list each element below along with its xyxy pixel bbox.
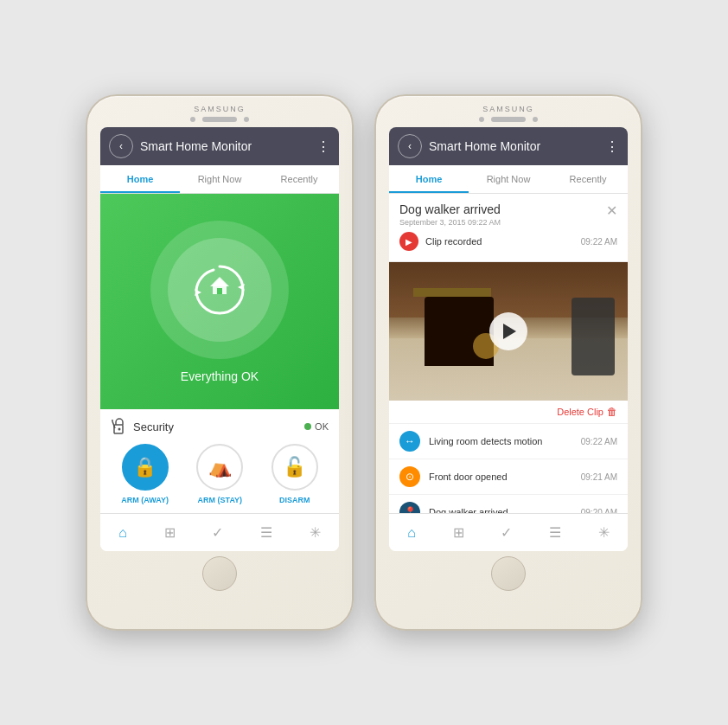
camera-row-right bbox=[479, 117, 538, 122]
door-icon: ⊙ bbox=[399, 466, 420, 487]
event-label-1: Front door opened bbox=[429, 472, 581, 482]
nav-grid-left[interactable]: ⊞ bbox=[164, 524, 176, 541]
green-hero: Everything OK bbox=[100, 194, 339, 409]
event-label-0: Living room detects motion bbox=[429, 436, 581, 446]
disarm-btn[interactable]: 🔓 DISARM bbox=[271, 444, 318, 504]
arm-stay-btn[interactable]: ⛺ ARM (STAY) bbox=[196, 444, 243, 504]
left-phone: SAMSUNG ‹ Smart Home Monitor ⋮ Home Righ… bbox=[86, 94, 354, 631]
security-header: Security OK bbox=[111, 418, 329, 435]
clip-label: Clip recorded bbox=[425, 236, 581, 247]
right-phone: SAMSUNG ‹ Smart Home Monitor ⋮ Home Righ… bbox=[374, 94, 642, 631]
clip-time: 09:22 AM bbox=[581, 237, 617, 247]
arm-stay-icon: ⛺ bbox=[196, 444, 243, 491]
tabs-left: Home Right Now Recently bbox=[100, 165, 339, 194]
menu-button-right[interactable]: ⋮ bbox=[605, 138, 619, 155]
arm-away-icon: 🔒 bbox=[122, 444, 169, 491]
bottom-nav-left: ⌂ ⊞ ✓ ☰ ✳ bbox=[100, 513, 339, 551]
app-header-left: ‹ Smart Home Monitor ⋮ bbox=[100, 127, 339, 165]
nav-home-left[interactable]: ⌂ bbox=[118, 525, 127, 541]
play-triangle bbox=[503, 324, 516, 339]
right-screen: ‹ Smart Home Monitor ⋮ Home Right Now Re… bbox=[389, 127, 628, 551]
home-icon bbox=[189, 260, 250, 320]
nav-menu-right[interactable]: ☰ bbox=[549, 524, 561, 541]
notif-top: Dog walker arrived September 3, 2015 09:… bbox=[399, 202, 617, 227]
tab-recently-right[interactable]: Recently bbox=[548, 165, 628, 193]
event-label-2: Dog walker arrived bbox=[429, 507, 581, 513]
delete-clip-label[interactable]: Delete Clip bbox=[557, 407, 603, 417]
svg-marker-3 bbox=[210, 277, 229, 286]
phones-container: SAMSUNG ‹ Smart Home Monitor ⋮ Home Righ… bbox=[68, 77, 660, 648]
nav-asterisk-left[interactable]: ✳ bbox=[310, 524, 321, 541]
menu-button-left[interactable]: ⋮ bbox=[316, 138, 330, 155]
event-item-2: 📍 Dog walker arrived 09:20 AM bbox=[389, 495, 628, 513]
tab-home-right[interactable]: Home bbox=[389, 165, 469, 193]
sensor-dot-right bbox=[533, 117, 538, 122]
camera-dot-right bbox=[479, 117, 484, 122]
app-title-right: Smart Home Monitor bbox=[429, 139, 605, 153]
security-section: Security OK 🔒 ARM (AWAY) ⛺ ARM (STAY) bbox=[100, 409, 339, 513]
event-item-1: ⊙ Front door opened 09:21 AM bbox=[389, 459, 628, 495]
video-container[interactable] bbox=[389, 262, 628, 401]
home-button-left[interactable] bbox=[202, 556, 237, 591]
svg-point-8 bbox=[112, 420, 113, 421]
circle-outer bbox=[150, 221, 289, 359]
brand-right: SAMSUNG bbox=[482, 105, 534, 113]
play-button[interactable] bbox=[489, 312, 527, 350]
notif-close-btn[interactable]: ✕ bbox=[606, 202, 617, 219]
person-icon: 📍 bbox=[399, 502, 420, 513]
disarm-label: DISARM bbox=[279, 496, 310, 504]
events-list: ↔ Living room detects motion 09:22 AM ⊙ … bbox=[389, 424, 628, 513]
security-icon bbox=[111, 418, 128, 435]
disarm-icon: 🔓 bbox=[271, 444, 318, 491]
arrows-svg bbox=[189, 260, 250, 320]
clip-row: ▶ Clip recorded 09:22 AM bbox=[399, 227, 617, 256]
delete-icon[interactable]: 🗑 bbox=[607, 406, 617, 418]
camera-row-left bbox=[190, 117, 249, 122]
app-header-right: ‹ Smart Home Monitor ⋮ bbox=[389, 127, 628, 165]
speaker-right bbox=[491, 117, 526, 122]
clip-record-icon: ▶ bbox=[399, 232, 418, 251]
tabs-right: Home Right Now Recently bbox=[389, 165, 628, 194]
nav-home-right[interactable]: ⌂ bbox=[407, 525, 416, 541]
svg-rect-4 bbox=[217, 288, 222, 294]
motion-icon: ↔ bbox=[399, 431, 420, 452]
circle-inner bbox=[168, 238, 271, 342]
arm-away-btn[interactable]: 🔒 ARM (AWAY) bbox=[121, 444, 169, 504]
nav-check-left[interactable]: ✓ bbox=[212, 524, 223, 541]
back-button-left[interactable]: ‹ bbox=[109, 134, 133, 158]
everything-ok-text: Everything OK bbox=[181, 369, 259, 383]
event-time-0: 09:22 AM bbox=[581, 437, 617, 446]
home-button-right[interactable] bbox=[491, 556, 526, 591]
brand-left: SAMSUNG bbox=[194, 105, 246, 113]
back-button-right[interactable]: ‹ bbox=[398, 134, 422, 158]
delete-row: Delete Clip 🗑 bbox=[389, 401, 628, 424]
event-item-0: ↔ Living room detects motion 09:22 AM bbox=[389, 424, 628, 459]
tab-rightnow-left[interactable]: Right Now bbox=[180, 165, 259, 193]
arm-buttons: 🔒 ARM (AWAY) ⛺ ARM (STAY) 🔓 DISARM bbox=[111, 444, 329, 504]
arm-away-label: ARM (AWAY) bbox=[121, 496, 169, 504]
left-screen: ‹ Smart Home Monitor ⋮ Home Right Now Re… bbox=[100, 127, 339, 551]
notif-date: September 3, 2015 09:22 AM bbox=[399, 218, 501, 227]
svg-point-6 bbox=[118, 428, 121, 431]
notif-info: Dog walker arrived September 3, 2015 09:… bbox=[399, 202, 501, 227]
nav-menu-left[interactable]: ☰ bbox=[260, 524, 272, 541]
status-dot bbox=[304, 423, 311, 430]
notification-banner: Dog walker arrived September 3, 2015 09:… bbox=[389, 194, 628, 262]
bottom-nav-right: ⌂ ⊞ ✓ ☰ ✳ bbox=[389, 513, 628, 551]
speaker-left bbox=[202, 117, 237, 122]
nav-check-right[interactable]: ✓ bbox=[501, 524, 512, 541]
nav-asterisk-right[interactable]: ✳ bbox=[598, 524, 610, 541]
tab-rightnow-right[interactable]: Right Now bbox=[469, 165, 548, 193]
notif-title: Dog walker arrived bbox=[399, 202, 501, 216]
app-title-left: Smart Home Monitor bbox=[140, 139, 316, 153]
tab-recently-left[interactable]: Recently bbox=[259, 165, 339, 193]
nav-grid-right[interactable]: ⊞ bbox=[453, 524, 464, 541]
arm-stay-label: ARM (STAY) bbox=[198, 496, 243, 504]
sensor-dot bbox=[244, 117, 249, 122]
event-time-1: 09:21 AM bbox=[581, 472, 617, 482]
tab-home-left[interactable]: Home bbox=[100, 165, 180, 193]
security-label: Security bbox=[133, 420, 304, 433]
security-status: OK bbox=[304, 421, 329, 432]
camera-dot bbox=[190, 117, 195, 122]
